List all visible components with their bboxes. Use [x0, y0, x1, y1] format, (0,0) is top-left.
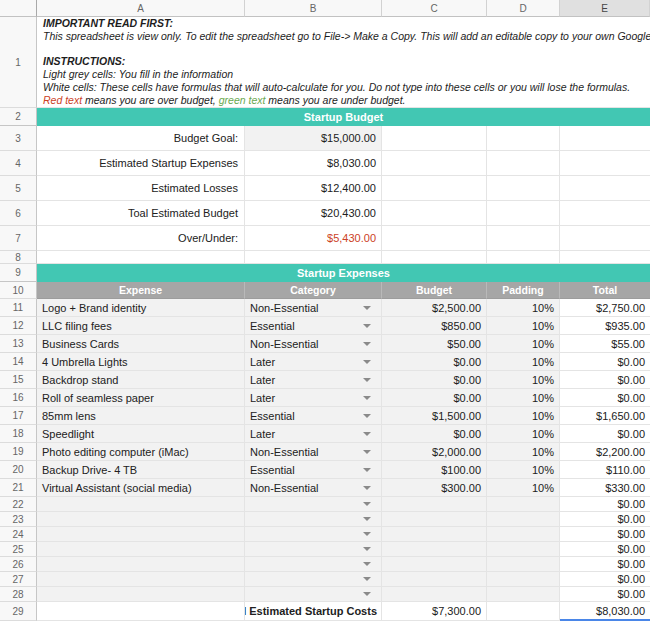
empty-cell[interactable]	[37, 251, 245, 264]
expense-name-cell[interactable]: 4 Umbrella Lights	[37, 353, 245, 371]
padding-cell[interactable]	[487, 527, 560, 542]
empty-cell[interactable]	[560, 126, 650, 151]
padding-cell[interactable]: 10%	[487, 407, 560, 425]
row-number-14[interactable]: 14	[0, 353, 37, 371]
budget-amount-cell[interactable]	[382, 587, 487, 602]
padding-header-cell[interactable]: Padding	[487, 282, 560, 299]
category-cell[interactable]	[245, 542, 382, 557]
budget-amount-cell[interactable]: $0.00	[382, 371, 487, 389]
budget-amount-cell[interactable]: $0.00	[382, 425, 487, 443]
expense-name-cell[interactable]	[37, 542, 245, 557]
category-cell[interactable]: Later	[245, 389, 382, 407]
row-number-29[interactable]: 29	[0, 602, 37, 621]
row-number-8[interactable]: 8	[0, 251, 37, 264]
padding-cell[interactable]: 10%	[487, 299, 560, 317]
category-dropdown-icon[interactable]	[363, 306, 371, 310]
empty-cell[interactable]	[487, 176, 560, 201]
select-all-corner[interactable]	[0, 0, 37, 17]
total-cell[interactable]: $0.00	[560, 572, 650, 587]
empty-cell[interactable]	[382, 176, 487, 201]
category-cell[interactable]	[245, 557, 382, 572]
category-dropdown-icon[interactable]	[363, 396, 371, 400]
row-number-16[interactable]: 16	[0, 389, 37, 407]
expense-name-cell[interactable]: Backdrop stand	[37, 371, 245, 389]
padding-cell[interactable]	[487, 572, 560, 587]
expense-name-cell[interactable]	[37, 527, 245, 542]
category-dropdown-icon[interactable]	[363, 547, 371, 551]
row-number-6[interactable]: 6	[0, 201, 37, 226]
empty-cell[interactable]	[245, 251, 382, 264]
expense-name-cell[interactable]	[37, 512, 245, 527]
padding-cell[interactable]: 10%	[487, 371, 560, 389]
category-cell[interactable]	[245, 497, 382, 512]
total-cell[interactable]: $0.00	[560, 512, 650, 527]
category-cell[interactable]: Later	[245, 371, 382, 389]
budget-label-cell[interactable]: Estimated Losses	[37, 176, 245, 201]
row-number-13[interactable]: 13	[0, 335, 37, 353]
budget-label-cell[interactable]: Over/Under:	[37, 226, 245, 251]
total-cell[interactable]: $1,650.00	[560, 407, 650, 425]
empty-cell[interactable]	[487, 602, 560, 621]
category-dropdown-icon[interactable]	[363, 342, 371, 346]
total-cell[interactable]: $935.00	[560, 317, 650, 335]
budget-amount-cell[interactable]	[382, 512, 487, 527]
category-cell[interactable]: Essential	[245, 461, 382, 479]
expense-header-cell[interactable]: Expense	[37, 282, 245, 299]
row-number-20[interactable]: 20	[0, 461, 37, 479]
total-cell[interactable]: $0.00	[560, 497, 650, 512]
row-number-2[interactable]: 2	[0, 108, 37, 126]
budget-label-cell[interactable]: Budget Goal:	[37, 126, 245, 151]
category-dropdown-icon[interactable]	[363, 517, 371, 521]
budget-amount-cell[interactable]: $50.00	[382, 335, 487, 353]
category-dropdown-icon[interactable]	[363, 378, 371, 382]
column-header-B[interactable]: B	[245, 0, 382, 17]
category-dropdown-icon[interactable]	[363, 450, 371, 454]
expense-name-cell[interactable]: 85mm lens	[37, 407, 245, 425]
row-number-4[interactable]: 4	[0, 151, 37, 176]
expense-name-cell[interactable]: Speedlight	[37, 425, 245, 443]
padding-cell[interactable]	[487, 542, 560, 557]
empty-cell[interactable]	[487, 226, 560, 251]
expense-name-cell[interactable]	[37, 587, 245, 602]
row-number-12[interactable]: 12	[0, 317, 37, 335]
category-dropdown-icon[interactable]	[363, 324, 371, 328]
total-cell[interactable]: $0.00	[560, 353, 650, 371]
budget-amount-cell[interactable]: $850.00	[382, 317, 487, 335]
padding-cell[interactable]	[487, 557, 560, 572]
padding-cell[interactable]: 10%	[487, 335, 560, 353]
column-header-E[interactable]: E	[560, 0, 650, 17]
category-cell[interactable]: Later	[245, 353, 382, 371]
empty-cell[interactable]	[382, 151, 487, 176]
expense-name-cell[interactable]	[37, 557, 245, 572]
budget-amount-cell[interactable]: $1,500.00	[382, 407, 487, 425]
padding-cell[interactable]	[487, 512, 560, 527]
category-cell[interactable]: Non-Essential	[245, 299, 382, 317]
row-number-5[interactable]: 5	[0, 176, 37, 201]
budget-value-cell[interactable]: $20,430.00	[245, 201, 382, 226]
category-header-cell[interactable]: Category	[245, 282, 382, 299]
category-cell[interactable]	[245, 587, 382, 602]
empty-cell[interactable]	[560, 226, 650, 251]
empty-cell[interactable]	[560, 201, 650, 226]
budget-header-cell[interactable]: Budget	[382, 282, 487, 299]
instructions-cell[interactable]: IMPORTANT READ FIRST: This spreadsheet i…	[37, 17, 650, 108]
startup-expenses-title-cell[interactable]: Startup Expenses	[37, 264, 650, 282]
empty-cell[interactable]	[560, 251, 650, 264]
category-dropdown-icon[interactable]	[363, 468, 371, 472]
startup-budget-title-cell[interactable]: Startup Budget	[37, 108, 650, 126]
grand-total-cell[interactable]: $8,030.00	[560, 602, 650, 621]
empty-cell[interactable]	[487, 201, 560, 226]
total-cell[interactable]: $0.00	[560, 425, 650, 443]
total-cell[interactable]: $110.00	[560, 461, 650, 479]
row-number-21[interactable]: 21	[0, 479, 37, 497]
category-cell[interactable]: Non-Essential	[245, 479, 382, 497]
padding-cell[interactable]: 10%	[487, 317, 560, 335]
total-cell[interactable]: $2,750.00	[560, 299, 650, 317]
category-cell[interactable]: Non-Essential	[245, 443, 382, 461]
budget-amount-cell[interactable]: $100.00	[382, 461, 487, 479]
category-cell[interactable]	[245, 512, 382, 527]
row-number-28[interactable]: 28	[0, 587, 37, 602]
budget-amount-cell[interactable]: $0.00	[382, 353, 487, 371]
category-cell[interactable]: Essential	[245, 407, 382, 425]
category-cell[interactable]: Later	[245, 425, 382, 443]
